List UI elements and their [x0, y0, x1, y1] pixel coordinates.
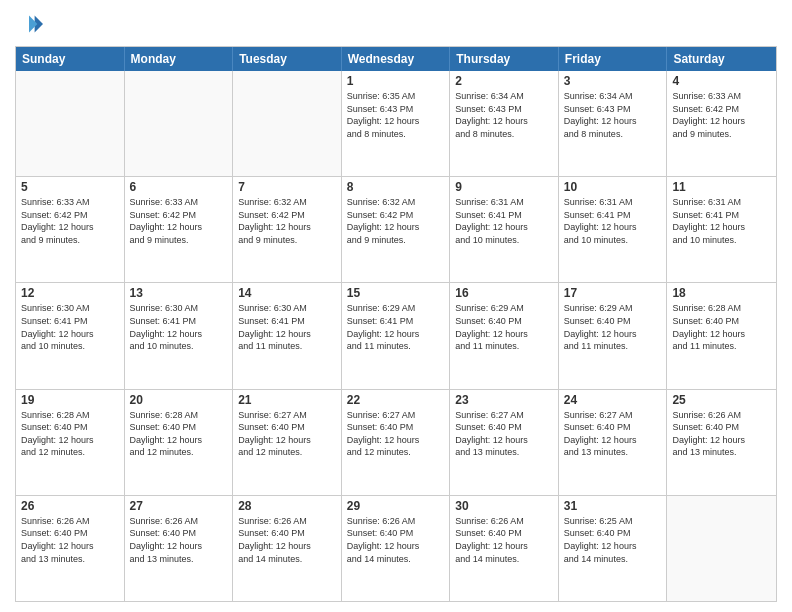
- cell-info: Sunrise: 6:34 AM Sunset: 6:43 PM Dayligh…: [564, 90, 662, 140]
- day-number: 27: [130, 499, 228, 513]
- day-number: 18: [672, 286, 771, 300]
- day-number: 22: [347, 393, 445, 407]
- day-number: 9: [455, 180, 553, 194]
- cell-info: Sunrise: 6:30 AM Sunset: 6:41 PM Dayligh…: [21, 302, 119, 352]
- calendar-cell-2: 2Sunrise: 6:34 AM Sunset: 6:43 PM Daylig…: [450, 71, 559, 176]
- day-number: 13: [130, 286, 228, 300]
- calendar-cell-17: 17Sunrise: 6:29 AM Sunset: 6:40 PM Dayli…: [559, 283, 668, 388]
- calendar-row-4: 26Sunrise: 6:26 AM Sunset: 6:40 PM Dayli…: [16, 495, 776, 601]
- calendar-cell-empty-0-1: [125, 71, 234, 176]
- logo: [15, 10, 47, 38]
- day-number: 5: [21, 180, 119, 194]
- day-number: 16: [455, 286, 553, 300]
- cell-info: Sunrise: 6:26 AM Sunset: 6:40 PM Dayligh…: [130, 515, 228, 565]
- calendar-cell-empty-4-6: [667, 496, 776, 601]
- cell-info: Sunrise: 6:28 AM Sunset: 6:40 PM Dayligh…: [21, 409, 119, 459]
- day-number: 7: [238, 180, 336, 194]
- calendar-cell-empty-0-0: [16, 71, 125, 176]
- cell-info: Sunrise: 6:26 AM Sunset: 6:40 PM Dayligh…: [238, 515, 336, 565]
- cell-info: Sunrise: 6:33 AM Sunset: 6:42 PM Dayligh…: [21, 196, 119, 246]
- calendar-cell-empty-0-2: [233, 71, 342, 176]
- calendar-row-0: 1Sunrise: 6:35 AM Sunset: 6:43 PM Daylig…: [16, 71, 776, 176]
- weekday-header-thursday: Thursday: [450, 47, 559, 71]
- cell-info: Sunrise: 6:32 AM Sunset: 6:42 PM Dayligh…: [347, 196, 445, 246]
- day-number: 17: [564, 286, 662, 300]
- calendar-cell-22: 22Sunrise: 6:27 AM Sunset: 6:40 PM Dayli…: [342, 390, 451, 495]
- cell-info: Sunrise: 6:31 AM Sunset: 6:41 PM Dayligh…: [455, 196, 553, 246]
- calendar-cell-13: 13Sunrise: 6:30 AM Sunset: 6:41 PM Dayli…: [125, 283, 234, 388]
- calendar-cell-5: 5Sunrise: 6:33 AM Sunset: 6:42 PM Daylig…: [16, 177, 125, 282]
- calendar-cell-26: 26Sunrise: 6:26 AM Sunset: 6:40 PM Dayli…: [16, 496, 125, 601]
- cell-info: Sunrise: 6:29 AM Sunset: 6:40 PM Dayligh…: [455, 302, 553, 352]
- cell-info: Sunrise: 6:26 AM Sunset: 6:40 PM Dayligh…: [21, 515, 119, 565]
- calendar-cell-8: 8Sunrise: 6:32 AM Sunset: 6:42 PM Daylig…: [342, 177, 451, 282]
- calendar-cell-23: 23Sunrise: 6:27 AM Sunset: 6:40 PM Dayli…: [450, 390, 559, 495]
- cell-info: Sunrise: 6:30 AM Sunset: 6:41 PM Dayligh…: [238, 302, 336, 352]
- day-number: 1: [347, 74, 445, 88]
- day-number: 4: [672, 74, 771, 88]
- weekday-header-monday: Monday: [125, 47, 234, 71]
- cell-info: Sunrise: 6:31 AM Sunset: 6:41 PM Dayligh…: [672, 196, 771, 246]
- weekday-header-sunday: Sunday: [16, 47, 125, 71]
- cell-info: Sunrise: 6:28 AM Sunset: 6:40 PM Dayligh…: [672, 302, 771, 352]
- day-number: 15: [347, 286, 445, 300]
- calendar-cell-25: 25Sunrise: 6:26 AM Sunset: 6:40 PM Dayli…: [667, 390, 776, 495]
- calendar-cell-4: 4Sunrise: 6:33 AM Sunset: 6:42 PM Daylig…: [667, 71, 776, 176]
- cell-info: Sunrise: 6:35 AM Sunset: 6:43 PM Dayligh…: [347, 90, 445, 140]
- day-number: 11: [672, 180, 771, 194]
- calendar-cell-27: 27Sunrise: 6:26 AM Sunset: 6:40 PM Dayli…: [125, 496, 234, 601]
- day-number: 2: [455, 74, 553, 88]
- logo-icon: [15, 10, 43, 38]
- day-number: 23: [455, 393, 553, 407]
- cell-info: Sunrise: 6:29 AM Sunset: 6:41 PM Dayligh…: [347, 302, 445, 352]
- header: [15, 10, 777, 38]
- calendar-cell-16: 16Sunrise: 6:29 AM Sunset: 6:40 PM Dayli…: [450, 283, 559, 388]
- calendar-cell-10: 10Sunrise: 6:31 AM Sunset: 6:41 PM Dayli…: [559, 177, 668, 282]
- calendar-row-2: 12Sunrise: 6:30 AM Sunset: 6:41 PM Dayli…: [16, 282, 776, 388]
- cell-info: Sunrise: 6:33 AM Sunset: 6:42 PM Dayligh…: [130, 196, 228, 246]
- day-number: 25: [672, 393, 771, 407]
- cell-info: Sunrise: 6:27 AM Sunset: 6:40 PM Dayligh…: [238, 409, 336, 459]
- calendar-cell-29: 29Sunrise: 6:26 AM Sunset: 6:40 PM Dayli…: [342, 496, 451, 601]
- cell-info: Sunrise: 6:26 AM Sunset: 6:40 PM Dayligh…: [347, 515, 445, 565]
- day-number: 24: [564, 393, 662, 407]
- day-number: 21: [238, 393, 336, 407]
- cell-info: Sunrise: 6:27 AM Sunset: 6:40 PM Dayligh…: [455, 409, 553, 459]
- calendar: SundayMondayTuesdayWednesdayThursdayFrid…: [15, 46, 777, 602]
- calendar-cell-11: 11Sunrise: 6:31 AM Sunset: 6:41 PM Dayli…: [667, 177, 776, 282]
- cell-info: Sunrise: 6:28 AM Sunset: 6:40 PM Dayligh…: [130, 409, 228, 459]
- day-number: 31: [564, 499, 662, 513]
- calendar-cell-28: 28Sunrise: 6:26 AM Sunset: 6:40 PM Dayli…: [233, 496, 342, 601]
- cell-info: Sunrise: 6:26 AM Sunset: 6:40 PM Dayligh…: [672, 409, 771, 459]
- calendar-cell-21: 21Sunrise: 6:27 AM Sunset: 6:40 PM Dayli…: [233, 390, 342, 495]
- day-number: 8: [347, 180, 445, 194]
- day-number: 19: [21, 393, 119, 407]
- calendar-cell-6: 6Sunrise: 6:33 AM Sunset: 6:42 PM Daylig…: [125, 177, 234, 282]
- calendar-cell-1: 1Sunrise: 6:35 AM Sunset: 6:43 PM Daylig…: [342, 71, 451, 176]
- page: SundayMondayTuesdayWednesdayThursdayFrid…: [0, 0, 792, 612]
- day-number: 10: [564, 180, 662, 194]
- cell-info: Sunrise: 6:27 AM Sunset: 6:40 PM Dayligh…: [564, 409, 662, 459]
- day-number: 30: [455, 499, 553, 513]
- weekday-header-friday: Friday: [559, 47, 668, 71]
- calendar-cell-14: 14Sunrise: 6:30 AM Sunset: 6:41 PM Dayli…: [233, 283, 342, 388]
- weekday-header-saturday: Saturday: [667, 47, 776, 71]
- cell-info: Sunrise: 6:30 AM Sunset: 6:41 PM Dayligh…: [130, 302, 228, 352]
- cell-info: Sunrise: 6:29 AM Sunset: 6:40 PM Dayligh…: [564, 302, 662, 352]
- calendar-body: 1Sunrise: 6:35 AM Sunset: 6:43 PM Daylig…: [16, 71, 776, 601]
- calendar-header: SundayMondayTuesdayWednesdayThursdayFrid…: [16, 47, 776, 71]
- cell-info: Sunrise: 6:31 AM Sunset: 6:41 PM Dayligh…: [564, 196, 662, 246]
- day-number: 14: [238, 286, 336, 300]
- day-number: 6: [130, 180, 228, 194]
- calendar-cell-7: 7Sunrise: 6:32 AM Sunset: 6:42 PM Daylig…: [233, 177, 342, 282]
- cell-info: Sunrise: 6:26 AM Sunset: 6:40 PM Dayligh…: [455, 515, 553, 565]
- calendar-cell-12: 12Sunrise: 6:30 AM Sunset: 6:41 PM Dayli…: [16, 283, 125, 388]
- cell-info: Sunrise: 6:25 AM Sunset: 6:40 PM Dayligh…: [564, 515, 662, 565]
- weekday-header-tuesday: Tuesday: [233, 47, 342, 71]
- weekday-header-wednesday: Wednesday: [342, 47, 451, 71]
- calendar-cell-9: 9Sunrise: 6:31 AM Sunset: 6:41 PM Daylig…: [450, 177, 559, 282]
- calendar-cell-18: 18Sunrise: 6:28 AM Sunset: 6:40 PM Dayli…: [667, 283, 776, 388]
- day-number: 28: [238, 499, 336, 513]
- calendar-cell-20: 20Sunrise: 6:28 AM Sunset: 6:40 PM Dayli…: [125, 390, 234, 495]
- cell-info: Sunrise: 6:33 AM Sunset: 6:42 PM Dayligh…: [672, 90, 771, 140]
